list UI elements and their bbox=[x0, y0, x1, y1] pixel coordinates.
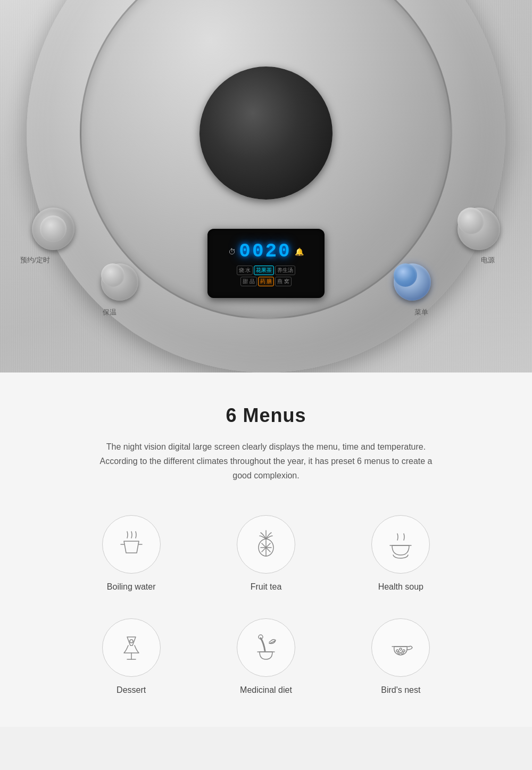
medicinal-diet-label: Medicinal diet bbox=[240, 685, 292, 695]
schedule-button[interactable] bbox=[32, 208, 74, 250]
lcd-item-herbal: 药 膳 bbox=[258, 277, 275, 286]
boiling-water-icon bbox=[115, 528, 147, 560]
menu-item-fruit-tea: Fruit tea bbox=[214, 515, 317, 592]
boiling-water-icon-circle bbox=[102, 515, 161, 574]
medicinal-diet-icon-circle bbox=[237, 618, 295, 677]
section-description: The night vision digital large screen cl… bbox=[96, 440, 436, 483]
warmth-button[interactable] bbox=[101, 263, 138, 301]
power-button[interactable] bbox=[458, 208, 500, 250]
clock-icon: ⏱ bbox=[228, 247, 236, 256]
menu-item-health-soup: Health soup bbox=[350, 515, 452, 592]
lcd-item-boil-water: 烧 水 bbox=[237, 266, 253, 275]
fruit-tea-icon-circle bbox=[237, 515, 295, 574]
bell-icon: 🔔 bbox=[295, 247, 304, 256]
boiling-water-label: Boiling water bbox=[107, 582, 156, 592]
menu-button[interactable] bbox=[394, 263, 431, 301]
warmth-button-label: 保温 bbox=[103, 308, 117, 317]
svg-point-12 bbox=[396, 650, 398, 652]
birds-nest-icon-circle bbox=[371, 618, 430, 677]
fruit-tea-label: Fruit tea bbox=[251, 582, 282, 592]
birds-nest-icon bbox=[385, 632, 417, 664]
fruit-tea-icon bbox=[250, 528, 282, 560]
lcd-item-fruit-tea: 花果茶 bbox=[254, 266, 274, 275]
menu-item-boiling-water: Boiling water bbox=[80, 515, 182, 592]
lcd-item-birds-nest: 燕 窝 bbox=[275, 277, 292, 286]
svg-point-13 bbox=[400, 648, 402, 650]
health-soup-label: Health soup bbox=[378, 582, 423, 592]
info-section: 6 Menus The night vision digital large s… bbox=[0, 372, 532, 727]
svg-point-8 bbox=[130, 640, 133, 643]
power-button-label: 电源 bbox=[481, 255, 495, 265]
menu-item-medicinal-diet: Medicinal diet bbox=[214, 618, 317, 695]
menu-item-birds-nest: Bird's nest bbox=[350, 618, 452, 695]
lcd-item-dessert1: 甜 品 bbox=[240, 277, 257, 286]
lcd-time: 0020 bbox=[239, 241, 291, 262]
svg-point-16 bbox=[401, 652, 403, 654]
svg-point-15 bbox=[398, 652, 400, 654]
medicinal-diet-icon bbox=[250, 632, 282, 664]
menu-button-label: 菜单 bbox=[414, 308, 428, 317]
lcd-menu-row1: 烧 水 花果茶 养生汤 bbox=[237, 266, 296, 275]
menu-grid: Boiling water bbox=[80, 515, 452, 695]
lcd-menu-row2: 甜 品 药 膳 燕 窝 bbox=[240, 277, 292, 286]
dessert-icon-circle bbox=[102, 618, 161, 677]
dessert-label: Dessert bbox=[117, 685, 146, 695]
health-soup-icon bbox=[385, 528, 417, 560]
product-section: 预约/定时 保温 电源 菜单 ⏱ 0020 🔔 烧 水 花果茶 养生汤 甜 品 … bbox=[0, 0, 532, 372]
svg-point-14 bbox=[403, 650, 405, 652]
menu-item-dessert: Dessert bbox=[80, 618, 182, 695]
health-soup-icon-circle bbox=[371, 515, 430, 574]
dessert-icon bbox=[115, 632, 147, 664]
lcd-item-health-soup: 养生汤 bbox=[275, 266, 295, 275]
birds-nest-label: Bird's nest bbox=[381, 685, 420, 695]
section-title: 6 Menus bbox=[226, 404, 306, 427]
lcd-display: ⏱ 0020 🔔 烧 水 花果茶 养生汤 甜 品 药 膳 燕 窝 bbox=[207, 229, 325, 298]
device-body bbox=[27, 0, 505, 372]
schedule-button-label: 预约/定时 bbox=[20, 255, 50, 265]
device-lid bbox=[200, 67, 332, 200]
